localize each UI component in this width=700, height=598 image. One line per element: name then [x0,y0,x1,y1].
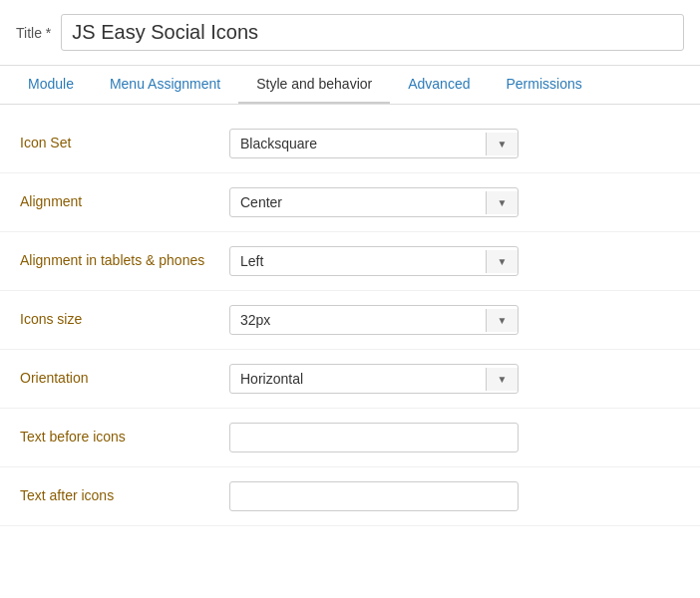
icon-set-label: Icon Set [20,129,229,150]
icon-set-select[interactable]: Blacksquare [229,129,519,158]
icons-size-label: Icons size [20,305,229,327]
tab-permissions[interactable]: Permissions [488,66,599,104]
form-row-icon-set: Icon Set Blacksquare [0,115,700,173]
tab-menu-assignment[interactable]: Menu Assignment [92,66,238,104]
alignment-tablets-dropdown-btn[interactable] [486,250,518,273]
title-input[interactable] [61,14,684,51]
alignment-control: Center [229,187,680,217]
tab-advanced[interactable]: Advanced [390,66,488,104]
alignment-value: Center [230,188,486,216]
alignment-tablets-select[interactable]: Left [229,246,519,276]
orientation-control: Horizontal [229,364,680,394]
icon-set-value: Blacksquare [230,130,486,157]
icon-set-dropdown-btn[interactable] [486,133,518,155]
text-after-label: Text after icons [20,481,229,503]
orientation-select[interactable]: Horizontal [229,364,519,394]
tabs-bar: Module Menu Assignment Style and behavio… [0,66,700,105]
text-after-input[interactable] [229,481,519,511]
form-body: Icon Set Blacksquare Alignment Center Al… [0,105,700,536]
icons-size-control: 32px [229,305,680,335]
alignment-tablets-control: Left [229,246,680,276]
icons-size-dropdown-btn[interactable] [486,309,518,332]
alignment-label: Alignment [20,187,229,209]
icon-set-control: Blacksquare [229,129,680,158]
text-before-label: Text before icons [20,423,229,445]
form-row-text-before: Text before icons [0,409,700,467]
tab-module[interactable]: Module [10,66,92,104]
title-label: Title * [16,25,51,41]
form-row-icons-size: Icons size 32px [0,291,700,350]
orientation-value: Horizontal [230,365,486,393]
text-before-control [229,423,680,452]
alignment-dropdown-btn[interactable] [486,191,518,214]
title-row: Title * [0,0,700,66]
icons-size-value: 32px [230,306,486,334]
form-row-text-after: Text after icons [0,467,700,526]
form-row-alignment-tablets: Alignment in tablets & phones Left [0,232,700,291]
text-after-control [229,481,680,511]
form-row-orientation: Orientation Horizontal [0,350,700,409]
orientation-dropdown-btn[interactable] [486,368,518,391]
text-before-input[interactable] [229,423,519,452]
alignment-select[interactable]: Center [229,187,519,217]
form-row-alignment: Alignment Center [0,173,700,232]
orientation-label: Orientation [20,364,229,386]
icons-size-select[interactable]: 32px [229,305,519,335]
alignment-tablets-label: Alignment in tablets & phones [20,246,229,268]
alignment-tablets-value: Left [230,247,486,275]
tab-style-behavior[interactable]: Style and behavior [238,66,390,104]
